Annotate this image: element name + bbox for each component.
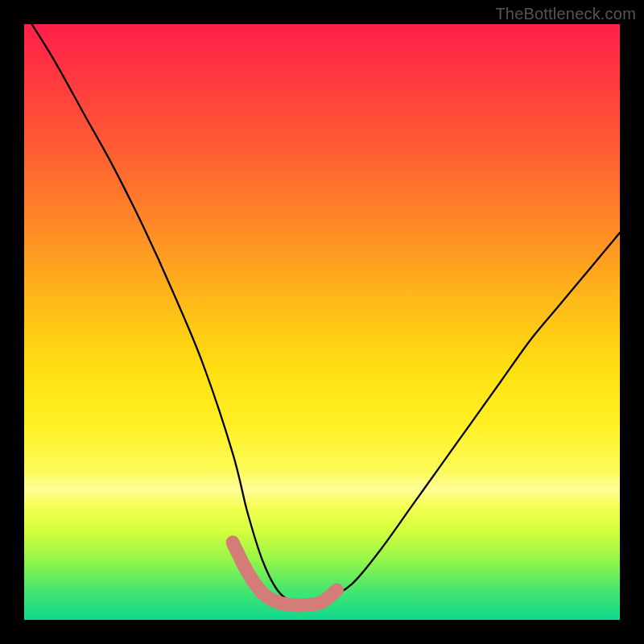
near-optimal-band xyxy=(233,543,337,605)
plot-area xyxy=(24,24,620,620)
bottleneck-curve xyxy=(24,12,620,605)
curve-layer xyxy=(24,24,620,620)
watermark-label: TheBottleneck.com xyxy=(495,5,636,23)
chart-stage: TheBottleneck.com xyxy=(0,0,644,644)
